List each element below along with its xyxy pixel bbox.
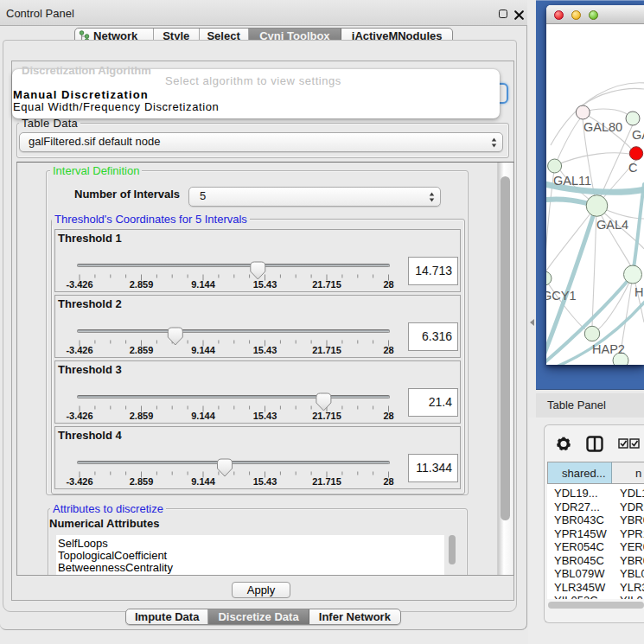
svg-text:H: H	[634, 285, 643, 299]
svg-text:GAL11: GAL11	[553, 174, 591, 188]
svg-text:GA: GA	[632, 128, 644, 142]
svg-text:C: C	[628, 161, 637, 175]
svg-text:GAL80: GAL80	[583, 120, 622, 134]
svg-text:GCY1: GCY1	[546, 289, 577, 303]
svg-text:HAP2: HAP2	[592, 342, 625, 356]
svg-text:GAL4: GAL4	[596, 218, 628, 232]
